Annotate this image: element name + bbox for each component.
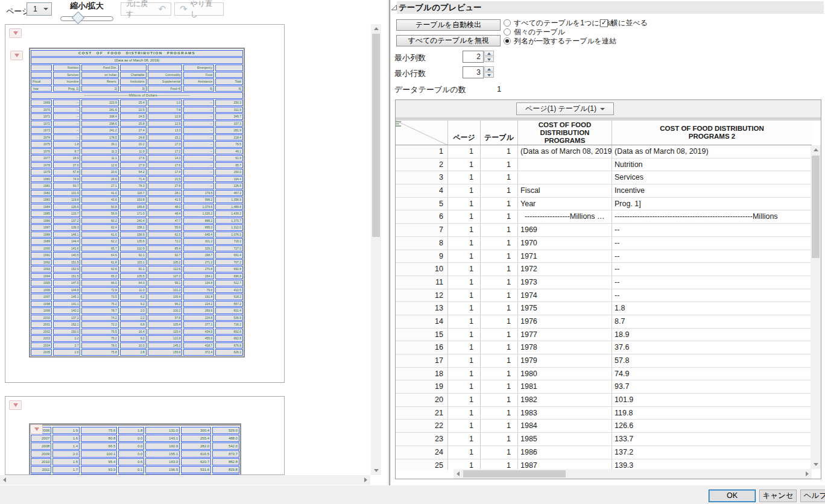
scroll-right-arrow[interactable] <box>803 469 812 479</box>
table-cell[interactable]: 1 <box>481 407 518 420</box>
page-cell[interactable]: 1 <box>448 171 481 184</box>
zoom-slider-thumb[interactable] <box>72 11 84 24</box>
t2-cell[interactable]: 57.8 <box>612 354 812 367</box>
page-cell[interactable]: 1 <box>448 354 481 367</box>
row-number-cell[interactable]: 2 <box>396 159 448 171</box>
row-number-cell[interactable]: 7 <box>396 224 448 236</box>
t2-cell[interactable]: Nutrition <box>612 159 812 171</box>
page-cell[interactable]: 1 <box>448 159 481 171</box>
t1-cell[interactable]: Year <box>518 198 612 210</box>
t1-cell[interactable]: 1972 <box>518 263 612 276</box>
min-rows-input[interactable]: 3 <box>463 66 484 78</box>
t1-cell[interactable]: 1985 <box>518 433 612 446</box>
table-row[interactable]: 22111984126.6 <box>396 420 812 433</box>
page-cell[interactable]: 1 <box>448 224 481 236</box>
grid-vertical-scrollbar[interactable] <box>811 145 821 469</box>
table-cell[interactable]: 1 <box>481 302 518 315</box>
t2-cell[interactable]: 1.8 <box>612 302 812 315</box>
page-cell[interactable]: 1 <box>448 184 481 197</box>
t1-cell[interactable]: 1975 <box>518 302 612 315</box>
t1-cell[interactable] <box>518 171 612 184</box>
table-cell[interactable]: 1 <box>481 315 518 328</box>
row-number-cell[interactable]: 5 <box>396 198 448 210</box>
t2-cell[interactable]: 119.8 <box>612 407 812 420</box>
row-number-cell[interactable]: 24 <box>396 446 448 459</box>
row-number-cell[interactable]: 8 <box>396 237 448 250</box>
t2-cell[interactable]: 74.9 <box>612 368 812 380</box>
row-number-cell[interactable]: 16 <box>396 341 448 354</box>
table-cell[interactable]: 1 <box>481 198 518 210</box>
t1-cell[interactable]: 1979 <box>518 354 612 367</box>
table-row[interactable]: 9111971-- <box>396 250 812 263</box>
t1-cell[interactable]: 1974 <box>518 289 612 302</box>
t2-cell[interactable]: 37.6 <box>612 341 812 354</box>
table-cell[interactable]: 1 <box>481 210 518 223</box>
row-number-cell[interactable]: 12 <box>396 289 448 302</box>
columns-panel-icon[interactable] <box>396 121 403 127</box>
redo-button[interactable]: ↷ やり直し <box>174 2 224 16</box>
row-number-cell[interactable]: 20 <box>396 394 448 406</box>
table-cell[interactable]: 1 <box>481 368 518 380</box>
grid-corner-cell[interactable] <box>396 121 448 145</box>
undo-button[interactable]: 元に戻す ↶ <box>121 2 171 16</box>
stepper-down-button[interactable] <box>484 57 494 62</box>
radio-concatenate-matching-columns[interactable]: 列名が一致するテーブルを連結 <box>504 37 616 45</box>
table-cell[interactable]: 1 <box>481 289 518 302</box>
stepper-up-button[interactable] <box>484 66 494 72</box>
table-cell[interactable]: 1 <box>481 159 518 171</box>
row-number-cell[interactable]: 21 <box>396 407 448 420</box>
column-header-t1[interactable]: COST OF FOOD DISTRIBUTION PROGRAMS <box>518 121 612 145</box>
table-row[interactable]: 1711197957.8 <box>396 354 812 368</box>
t1-cell[interactable]: Fiscal <box>518 184 612 197</box>
scroll-right-arrow[interactable] <box>361 475 370 485</box>
table-cell[interactable]: 1 <box>481 394 518 406</box>
t2-cell[interactable]: -- <box>612 263 812 276</box>
page2-hotspot-button[interactable] <box>9 400 22 410</box>
page-cell[interactable]: 1 <box>448 459 481 470</box>
table-row[interactable]: 21111983119.8 <box>396 407 812 420</box>
t1-cell[interactable]: 1976 <box>518 315 612 328</box>
page-cell[interactable]: 1 <box>448 198 481 210</box>
table-cell[interactable]: 1 <box>481 263 518 276</box>
row-number-cell[interactable]: 23 <box>396 433 448 446</box>
t2-cell[interactable]: 18.9 <box>612 329 812 341</box>
table-row[interactable]: 8111970-- <box>396 237 812 250</box>
page-cell[interactable]: 1 <box>448 380 481 393</box>
table2-hotspot-button[interactable] <box>30 424 43 434</box>
scrollbar-thumb[interactable] <box>372 34 380 237</box>
t1-cell[interactable]: 1971 <box>518 250 612 263</box>
page-cell[interactable]: 1 <box>448 407 481 420</box>
t2-cell[interactable]: -- <box>612 276 812 289</box>
t2-cell[interactable]: 93.7 <box>612 380 812 393</box>
table-row[interactable]: 131119751.8 <box>396 302 812 315</box>
page-cell[interactable]: 1 <box>448 394 481 406</box>
table-cell[interactable]: 1 <box>481 171 518 184</box>
t2-cell[interactable]: 126.6 <box>612 420 812 432</box>
auto-detect-tables-button[interactable]: テーブルを自動検出 <box>396 19 501 31</box>
t2-cell[interactable]: 137.2 <box>612 446 812 459</box>
left-vertical-scrollbar[interactable] <box>371 24 381 475</box>
table-cell[interactable]: 1 <box>481 380 518 393</box>
zoom-slider[interactable] <box>60 16 113 21</box>
t1-cell[interactable]: 1973 <box>518 276 612 289</box>
table-row[interactable]: 611 ------------------Millions …--------… <box>396 210 812 224</box>
scroll-up-arrow[interactable] <box>371 24 381 33</box>
page-cell[interactable]: 1 <box>448 250 481 263</box>
table-row[interactable]: 12111974-- <box>396 289 812 303</box>
scroll-down-arrow[interactable] <box>811 460 821 469</box>
t2-cell[interactable]: 133.7 <box>612 433 812 446</box>
page-cell[interactable]: 1 <box>448 263 481 276</box>
table-cell[interactable]: 1 <box>481 184 518 197</box>
t1-cell[interactable]: 1986 <box>518 446 612 459</box>
table-cell[interactable]: 1 <box>481 329 518 341</box>
radio-concatenate-all[interactable]: すべてのテーブルを1つに連結 <box>504 19 614 27</box>
table-cell[interactable]: 1 <box>481 433 518 446</box>
t1-cell[interactable]: (Data as of March 08, 2019) <box>518 145 612 158</box>
column-header-t2[interactable]: COST OF FOOD DISTRIBUTION PROGRAMS 2 <box>612 121 812 145</box>
page-table-selector-dropdown[interactable]: ページ(1) テーブル(1) <box>516 102 614 115</box>
detected-table-page1[interactable]: COST OF FOOD DISTRIBUTION PROGRAMS(Data … <box>29 48 245 358</box>
ignore-all-tables-button[interactable]: すべてのテーブルを無視 <box>396 35 501 46</box>
t2-cell[interactable]: ----------------------------------------… <box>612 210 812 223</box>
scroll-down-arrow[interactable] <box>371 466 381 475</box>
t2-cell[interactable]: 8.7 <box>612 315 812 328</box>
